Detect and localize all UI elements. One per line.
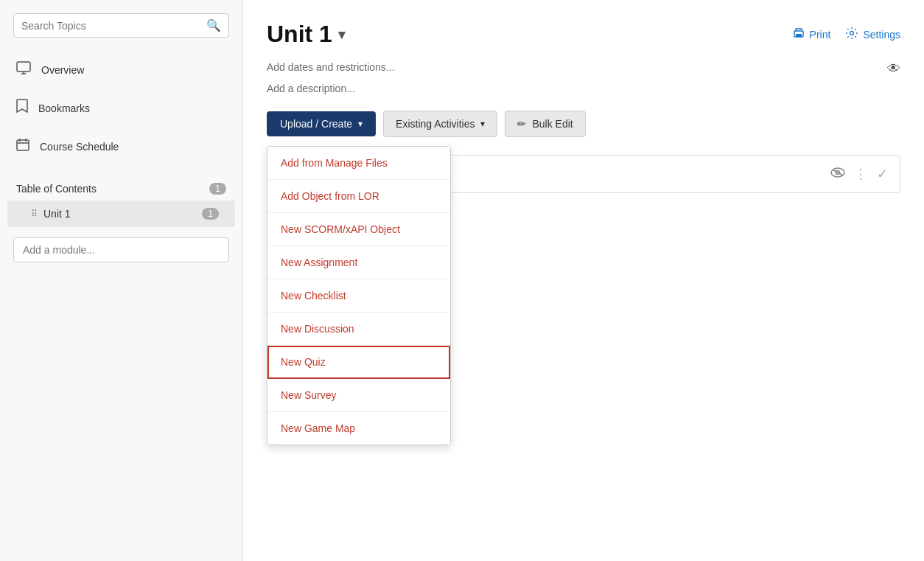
bulk-edit-label: Bulk Edit <box>532 118 573 130</box>
dropdown-item-add-from-manage[interactable]: Add from Manage Files <box>267 147 450 180</box>
dropdown-scroll-area[interactable]: Add from Manage FilesAdd Object from LOR… <box>267 147 450 445</box>
print-button[interactable]: Print <box>792 27 831 41</box>
sidebar-item-label-bookmarks: Bookmarks <box>38 102 90 114</box>
existing-activities-label: Existing Activities <box>396 118 475 130</box>
add-description-link[interactable]: Add a description... <box>267 83 900 94</box>
sidebar-nav: Overview Bookmarks Course Schedule <box>0 51 242 173</box>
dropdown-item-new-discussion[interactable]: New Discussion <box>267 313 450 346</box>
search-input[interactable] <box>21 20 206 32</box>
upload-create-button[interactable]: Upload / Create ▾ <box>267 111 376 136</box>
print-label: Print <box>810 29 831 41</box>
upload-create-label: Upload / Create <box>280 118 352 130</box>
search-icon: 🔍 <box>206 18 221 32</box>
settings-icon <box>845 27 858 42</box>
dropdown-item-add-object-lor[interactable]: Add Object from LOR <box>267 180 450 213</box>
sidebar-item-course-schedule[interactable]: Course Schedule <box>0 128 242 165</box>
dropdown-item-new-assignment[interactable]: New Assignment <box>267 246 450 279</box>
svg-point-9 <box>850 32 854 35</box>
svg-rect-0 <box>17 62 30 72</box>
main-content: Unit 1 ▾ Print <box>243 0 924 561</box>
svg-rect-3 <box>17 140 29 150</box>
dropdown-item-new-scorm[interactable]: New SCORM/xAPI Object <box>267 213 450 246</box>
title-chevron-icon[interactable]: ▾ <box>338 27 345 43</box>
dropdown-item-new-checklist[interactable]: New Checklist <box>267 279 450 313</box>
toolbar: Upload / Create ▾ Existing Activities ▾ … <box>267 111 900 137</box>
settings-button[interactable]: Settings <box>845 27 900 42</box>
dropdown-item-new-game-map[interactable]: New Game Map <box>267 412 450 445</box>
existing-chevron-icon: ▾ <box>480 119 485 129</box>
unit-drag-icon: ⠿ <box>31 209 38 219</box>
main-header: Unit 1 ▾ Print <box>267 21 900 48</box>
settings-label: Settings <box>863 29 900 41</box>
page-title: Unit 1 ▾ <box>267 21 345 48</box>
toc-unit-label: Unit 1 <box>43 208 71 220</box>
search-bar[interactable]: 🔍 <box>13 13 229 38</box>
upload-chevron-icon: ▾ <box>358 119 363 129</box>
toc-label: Table of Contents <box>16 183 97 195</box>
row-eye-icon[interactable] <box>830 167 845 181</box>
toc-unit-1[interactable]: ⠿ Unit 1 1 <box>7 201 235 227</box>
bookmarks-icon <box>16 99 28 117</box>
row-check-icon[interactable]: ✓ <box>877 166 888 182</box>
eye-icon: 👁 <box>887 61 900 77</box>
calendar-icon <box>16 138 29 155</box>
add-module-input[interactable] <box>13 237 229 262</box>
header-actions: Print Settings <box>792 27 900 42</box>
row-more-icon[interactable]: ⋮ <box>854 166 868 182</box>
sidebar-item-bookmarks[interactable]: Bookmarks <box>0 88 242 128</box>
upload-create-dropdown: Add from Manage FilesAdd Object from LOR… <box>267 146 451 445</box>
overview-icon <box>16 61 31 78</box>
sidebar-item-label-schedule: Course Schedule <box>40 141 119 153</box>
dropdown-item-new-survey[interactable]: New Survey <box>267 379 450 412</box>
toc-unit-left: ⠿ Unit 1 <box>31 208 71 220</box>
toc-unit-badge: 1 <box>202 208 219 220</box>
bulk-edit-button[interactable]: ✏ Bulk Edit <box>505 111 585 137</box>
add-dates-link[interactable]: Add dates and restrictions... 👁 <box>267 61 900 77</box>
existing-activities-button[interactable]: Existing Activities ▾ <box>383 111 497 137</box>
sidebar-item-label-overview: Overview <box>41 64 84 76</box>
sidebar-item-overview[interactable]: Overview <box>0 51 242 88</box>
toc-badge: 1 <box>209 183 226 195</box>
print-icon <box>792 27 805 41</box>
dropdown-item-new-quiz[interactable]: New Quiz <box>267 346 450 379</box>
bulk-edit-icon: ✏ <box>517 118 526 130</box>
svg-rect-8 <box>796 34 802 37</box>
toc-header: Table of Contents 1 <box>0 173 242 201</box>
unit-title-text: Unit 1 <box>267 21 332 48</box>
sidebar: 🔍 Overview Bookmarks <box>0 0 243 561</box>
